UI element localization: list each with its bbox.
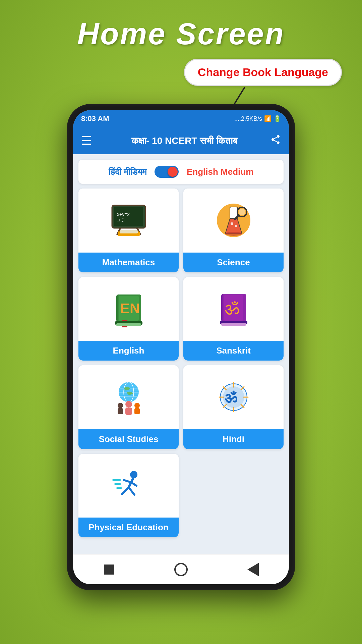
svg-text:ॐ: ॐ	[225, 299, 239, 318]
language-toggle-bar[interactable]: हिंदी मीडियम English Medium	[78, 160, 284, 184]
subject-card-social-studies[interactable]: Social Studies	[78, 365, 179, 449]
subject-card-hindi[interactable]: ॐ Hindi	[183, 365, 284, 449]
subject-card-physical-education[interactable]: Physical Education	[78, 454, 179, 538]
app-bar-title: कक्षा- 10 NCERT सभी किताब	[99, 136, 270, 147]
page-title: Home Screen	[0, 0, 362, 51]
subject-card-english[interactable]: EN English	[78, 277, 179, 361]
svg-point-12	[225, 232, 242, 236]
sanskrit-label: Sanskrit	[183, 341, 284, 361]
subject-card-science[interactable]: Science	[183, 189, 284, 272]
svg-rect-31	[221, 323, 246, 326]
language-toggle-switch[interactable]	[155, 166, 179, 178]
physical-education-label: Physical Education	[78, 518, 179, 537]
phone-mockup: 8:03 AM ....2.5KB/s 📶 🔋 ☰ कक्षा- 10 NCER…	[67, 104, 295, 590]
svg-point-37	[118, 403, 123, 408]
physical-education-icon-area	[78, 454, 179, 518]
svg-rect-25	[116, 323, 141, 326]
sanskrit-icon-area: ॐ	[183, 277, 284, 341]
svg-point-14	[235, 225, 237, 227]
science-label: Science	[183, 253, 284, 272]
nav-triangle-icon	[247, 563, 259, 576]
status-time: 8:03 AM	[81, 114, 109, 123]
scroll-content: हिंदी मीडियम English Medium	[73, 154, 289, 554]
svg-rect-9	[120, 230, 138, 233]
callout-bubble: Change Book Language	[184, 59, 342, 86]
social-studies-label: Social Studies	[78, 429, 179, 449]
nav-back-button[interactable]	[100, 560, 118, 579]
bottom-nav	[73, 554, 289, 584]
bottom-spacer	[78, 542, 284, 549]
svg-rect-42	[134, 408, 140, 414]
nav-square-icon	[104, 565, 114, 575]
svg-line-59	[129, 487, 134, 495]
svg-line-58	[122, 487, 129, 494]
svg-rect-38	[118, 408, 123, 414]
svg-point-39	[125, 401, 132, 408]
phone-inner: 8:03 AM ....2.5KB/s 📶 🔋 ☰ कक्षा- 10 NCER…	[73, 110, 289, 584]
network-indicator: ....2.5KB/s	[234, 115, 262, 122]
app-bar: ☰ कक्षा- 10 NCERT सभी किताब	[73, 127, 289, 154]
hindi-medium-label: हिंदी मीडियम	[109, 167, 146, 177]
svg-text:x+y=2: x+y=2	[117, 212, 130, 217]
svg-line-57	[131, 482, 136, 486]
nav-recents-button[interactable]	[244, 560, 262, 579]
nav-circle-icon	[174, 563, 188, 576]
subject-card-sanskrit[interactable]: ॐ Sanskrit	[183, 277, 284, 361]
social-icon-area	[78, 365, 179, 429]
math-label: Mathematics	[78, 253, 179, 272]
science-icon-area	[183, 189, 284, 253]
svg-point-17	[239, 209, 245, 215]
svg-text:ॐ: ॐ	[225, 390, 238, 406]
svg-text:□ ⬡: □ ⬡	[117, 217, 124, 222]
sim-icon: 📶	[264, 115, 272, 122]
nav-home-button[interactable]	[172, 560, 190, 579]
english-icon-area: EN	[78, 277, 179, 341]
status-bar: 8:03 AM ....2.5KB/s 📶 🔋	[73, 110, 289, 127]
hindi-icon-area: ॐ	[183, 365, 284, 429]
math-icon-area: x+y=2 □ ⬡	[78, 189, 179, 253]
svg-point-13	[231, 222, 233, 225]
svg-point-54	[130, 471, 137, 478]
hindi-label: Hindi	[183, 429, 284, 449]
svg-point-41	[134, 403, 140, 408]
phone-outer: 8:03 AM ....2.5KB/s 📶 🔋 ☰ कक्षा- 10 NCER…	[67, 104, 295, 590]
english-label: English	[78, 341, 179, 361]
status-icons: ....2.5KB/s 📶 🔋	[234, 115, 281, 122]
svg-rect-40	[125, 408, 132, 415]
svg-line-56	[124, 480, 131, 482]
callout-text: Change Book Language	[198, 66, 328, 78]
hamburger-menu-icon[interactable]: ☰	[81, 134, 92, 148]
svg-text:EN: EN	[120, 301, 140, 316]
subjects-grid: x+y=2 □ ⬡ Mathematics	[78, 189, 284, 537]
english-medium-label: English Medium	[187, 167, 253, 177]
toggle-knob	[168, 167, 178, 177]
subject-card-mathematics[interactable]: x+y=2 □ ⬡ Mathematics	[78, 189, 179, 272]
battery-icon: 🔋	[274, 115, 281, 122]
share-icon[interactable]	[270, 134, 281, 148]
